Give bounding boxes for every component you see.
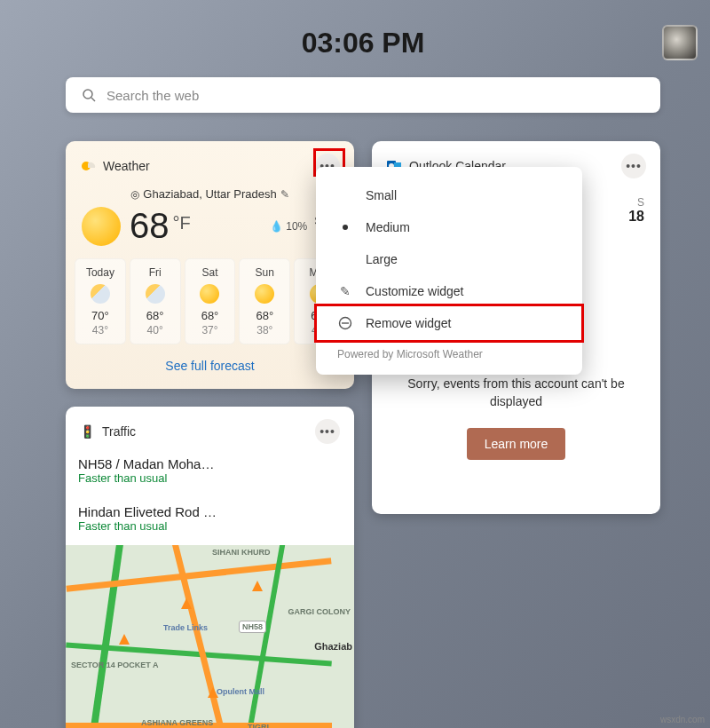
traffic-more-button[interactable]: ••• (315, 419, 340, 444)
traffic-route[interactable]: NH58 / Madan Moha… (78, 456, 342, 471)
more-icon: ••• (626, 160, 642, 172)
forecast-icon (91, 284, 110, 304)
traffic-status: Faster than usual (78, 519, 342, 533)
menu-customize-widget[interactable]: ✎ Customize widget (316, 275, 582, 307)
calendar-dow: S (637, 196, 644, 209)
clock: 03:06 PM (66, 27, 660, 59)
map-label: ASHIANA GREENS (141, 718, 213, 727)
traffic-map[interactable]: SIHANI KHURD GARGI COLONY Trade Links NH… (66, 545, 354, 728)
learn-more-button[interactable]: Learn more (467, 428, 566, 460)
menu-label: Customize widget (366, 284, 464, 298)
weather-title: Weather (103, 159, 315, 173)
traffic-light-icon: 🚦 (80, 424, 95, 439)
avatar[interactable] (662, 25, 698, 60)
map-label: SECTOR 14 POCKET A (71, 661, 159, 669)
pencil-icon: ✎ (337, 284, 353, 298)
map-label: Ghaziab (314, 641, 352, 652)
menu-size-small[interactable]: Small (316, 179, 582, 211)
map-label: NH58 (239, 621, 266, 633)
remove-icon (337, 316, 353, 330)
traffic-status: Faster than usual (78, 471, 342, 485)
temp-unit[interactable]: °F (173, 213, 191, 233)
menu-label: Large (366, 252, 398, 266)
weather-location-row[interactable]: ◎ Ghaziabad, Uttar Pradesh ✎ (66, 187, 354, 201)
search-input[interactable] (106, 88, 644, 103)
widget-context-menu: Small Medium Large ✎ Customize widget Re… (316, 167, 582, 375)
map-label: Opulent Mall (217, 687, 264, 696)
menu-footer: Powered by Microsoft Weather (316, 339, 582, 366)
selected-bullet-icon (337, 225, 353, 230)
map-label: TIGRI (248, 723, 269, 728)
map-label: Trade Links (163, 623, 208, 632)
location-pin-icon: ◎ (130, 188, 139, 201)
weather-location: Ghaziabad, Uttar Pradesh (143, 187, 276, 201)
calendar-date: 18 (628, 209, 644, 225)
traffic-route[interactable]: Hindan Eliveted Rod … (78, 504, 342, 519)
menu-label: Small (366, 188, 397, 202)
search-icon (82, 88, 96, 102)
edit-location-icon[interactable]: ✎ (280, 188, 289, 201)
more-icon: ••• (320, 425, 335, 438)
forecast-day[interactable]: Sat68°37° (185, 258, 236, 344)
traffic-title: Traffic (102, 424, 315, 439)
menu-label: Remove widget (366, 316, 452, 330)
svg-point-0 (83, 90, 92, 99)
current-weather-icon (82, 207, 121, 246)
map-label: SIHANI KHURD (212, 548, 271, 557)
svg-line-1 (91, 98, 95, 101)
construction-icon (119, 634, 130, 645)
forecast-icon (146, 284, 165, 304)
menu-size-large[interactable]: Large (316, 243, 582, 275)
drop-icon: 💧 (270, 220, 283, 233)
forecast-day[interactable]: Today70°43° (75, 258, 126, 344)
menu-remove-widget[interactable]: Remove widget (316, 307, 582, 339)
calendar-more-button[interactable]: ••• (621, 154, 646, 178)
humidity: 💧10% (270, 220, 307, 233)
forecast-day[interactable]: Fri68°40° (130, 258, 181, 344)
current-temp: 68 (130, 206, 170, 246)
menu-size-medium[interactable]: Medium (316, 211, 582, 243)
see-full-forecast-link[interactable]: See full forecast (66, 344, 354, 389)
weather-widget: Weather ••• ◎ Ghaziabad, Uttar Pradesh ✎… (66, 141, 354, 389)
search-bar[interactable] (66, 77, 660, 113)
forecast-day[interactable]: Sun68°38° (239, 258, 290, 344)
forecast-icon (200, 284, 219, 304)
calendar-message: Sorry, events from this account can't be… (397, 376, 635, 410)
forecast-icon (255, 284, 274, 304)
menu-label: Medium (366, 220, 410, 234)
weather-app-icon (80, 158, 96, 174)
traffic-widget: 🚦 Traffic ••• NH58 / Madan Moha… Faster … (66, 407, 354, 728)
forecast-row: Today70°43° Fri68°40° Sat68°37° Sun68°38… (66, 258, 354, 344)
map-label: GARGI COLONY (288, 607, 351, 616)
watermark: wsxdn.com (660, 715, 705, 724)
construction-icon (252, 581, 263, 591)
